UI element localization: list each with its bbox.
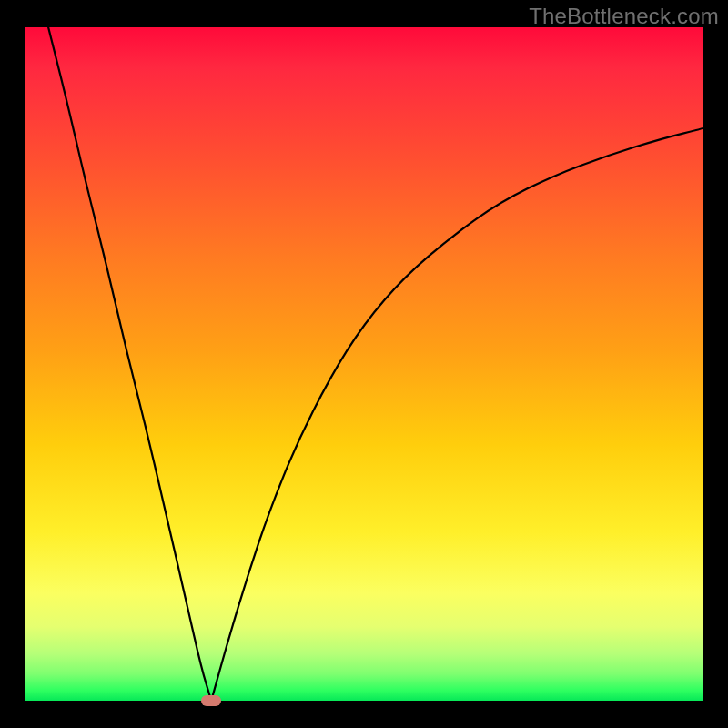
chart-frame: TheBottleneck.com [0, 0, 728, 728]
curve-path [48, 27, 703, 701]
watermark-text: TheBottleneck.com [529, 4, 719, 29]
bottleneck-curve [25, 27, 703, 701]
plot-area [25, 27, 703, 701]
minimum-marker [201, 695, 221, 706]
